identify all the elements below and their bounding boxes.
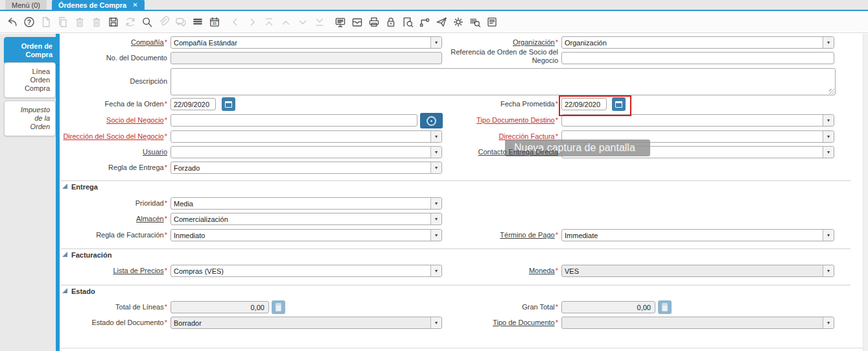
report-icon[interactable]: [332, 12, 349, 32]
refresh-icon[interactable]: [122, 12, 139, 32]
dropdown-arrow-icon[interactable]: ▾: [430, 198, 441, 209]
dropdown-arrow-icon[interactable]: ▾: [823, 317, 834, 328]
socio-search-button[interactable]: [420, 113, 443, 128]
lista-precios-field[interactable]: Compras (VES)▾: [170, 265, 442, 277]
dropdown-arrow-icon[interactable]: ▾: [823, 230, 834, 241]
close-icon[interactable]: ✕: [132, 2, 137, 8]
dropdown-arrow-icon[interactable]: ▾: [430, 162, 441, 173]
section-collapse-icon[interactable]: [62, 184, 67, 189]
previous-record-icon[interactable]: [227, 12, 244, 32]
section-collapse-icon[interactable]: [62, 252, 67, 257]
request-icon[interactable]: [433, 12, 450, 32]
toggle-grid-icon[interactable]: [189, 12, 206, 32]
termino-pago-field[interactable]: Immediate▾: [561, 229, 834, 241]
fecha-orden-calendar-button[interactable]: [222, 97, 235, 111]
fecha-orden-field[interactable]: 22/09/2020: [170, 98, 216, 110]
socio-field[interactable]: [170, 114, 417, 127]
prioridad-field[interactable]: Media▾: [170, 197, 442, 210]
organizacion-label[interactable]: Organización*: [513, 38, 558, 47]
delete-selection-icon[interactable]: [88, 12, 105, 32]
attachment-icon[interactable]: [156, 12, 172, 32]
dropdown-arrow-icon[interactable]: ▾: [430, 265, 441, 276]
archive-icon[interactable]: [349, 12, 366, 32]
usuario-label[interactable]: Usuario: [143, 148, 167, 156]
first-record-icon[interactable]: [261, 12, 277, 32]
organizacion-field[interactable]: Organización▾: [561, 36, 834, 49]
moneda-field[interactable]: VES▾: [561, 265, 834, 277]
resize-handle[interactable]: [829, 89, 834, 94]
moneda-label[interactable]: Moneda*: [529, 267, 558, 275]
dropdown-arrow-icon[interactable]: ▾: [823, 265, 834, 276]
regla-entrega-field[interactable]: Forzado▾: [170, 162, 442, 174]
dropdown-arrow-icon[interactable]: ▾: [430, 213, 441, 224]
product-info-icon[interactable]: [467, 12, 484, 32]
descripcion-field[interactable]: [170, 68, 836, 95]
copy-record-icon[interactable]: [54, 12, 71, 32]
dropdown-arrow-icon[interactable]: ▾: [430, 37, 441, 48]
termino-pago-label[interactable]: Término de Pago*: [500, 231, 558, 239]
dropdown-arrow-icon[interactable]: ▾: [430, 147, 441, 158]
parent-record-icon[interactable]: [277, 12, 294, 32]
tipo-documento-label[interactable]: Tipo de Documento*: [493, 319, 558, 327]
usuario-field[interactable]: ▾: [170, 146, 442, 158]
dropdown-arrow-icon[interactable]: ▾: [823, 147, 834, 158]
contacto-label[interactable]: Contacto Entrega Directa: [478, 148, 558, 156]
print-icon[interactable]: [366, 12, 382, 32]
delete-record-icon[interactable]: [71, 12, 88, 32]
dropdown-arrow-icon[interactable]: ▾: [823, 37, 834, 48]
direccion-socio-field[interactable]: ▾: [170, 130, 442, 143]
gran-total-label: Gran Total*: [522, 303, 558, 311]
estado-documento-field[interactable]: Borrador▾: [170, 317, 442, 329]
lock-icon[interactable]: [382, 12, 399, 32]
section-collapse-icon[interactable]: [62, 288, 67, 293]
last-record-icon[interactable]: [311, 12, 328, 32]
tipo-documento-field[interactable]: ▾: [561, 317, 834, 329]
sidebar-tab-linea-orden-compra[interactable]: Línea Orden Compra: [4, 62, 56, 98]
tipo-doc-destino-label[interactable]: Tipo Documento Destino*: [476, 116, 558, 125]
sidebar-tab-impuesto-de-la-orden[interactable]: Impuesto de la Orden: [4, 101, 56, 136]
tipo-doc-destino-field[interactable]: ▾: [561, 114, 834, 127]
section-estado-header[interactable]: Estado: [71, 287, 95, 295]
section-facturacion-header[interactable]: Facturación: [71, 251, 111, 259]
form-panel: Compañía* Compañía Estándar▾ Organizació…: [60, 34, 868, 351]
referencia-field[interactable]: [561, 52, 834, 64]
tab-menu[interactable]: Menú (0): [5, 0, 47, 10]
direccion-socio-label[interactable]: Dirección del Socio del Negocio*: [63, 132, 167, 141]
next-record-icon[interactable]: [244, 12, 261, 32]
svg-text:?: ?: [27, 18, 31, 25]
compania-label[interactable]: Compañía*: [131, 38, 167, 47]
total-lineas-calculator-button[interactable]: [272, 300, 285, 314]
new-record-icon[interactable]: [38, 12, 54, 32]
gran-total-calculator-button[interactable]: [658, 300, 672, 314]
fecha-prometida-field[interactable]: 22/09/2020: [561, 98, 607, 110]
regla-facturacion-field[interactable]: Inmediato▾: [170, 229, 442, 241]
window-log-icon[interactable]: [484, 12, 500, 32]
chat-icon[interactable]: [172, 12, 189, 32]
total-lineas-label: Total de Líneas*: [115, 303, 167, 311]
record-search-icon: [427, 116, 436, 126]
compania-field[interactable]: Compañía Estándar▾: [170, 36, 442, 49]
dropdown-arrow-icon[interactable]: ▾: [823, 115, 834, 126]
socio-label[interactable]: Socio del Negocio*: [106, 116, 167, 125]
workflow-icon[interactable]: [416, 12, 433, 32]
undo-icon[interactable]: [4, 12, 21, 32]
preferences-icon[interactable]: [450, 12, 467, 32]
dropdown-arrow-icon[interactable]: ▾: [430, 317, 441, 328]
dropdown-arrow-icon[interactable]: ▾: [823, 131, 834, 142]
almacen-label[interactable]: Almacén*: [136, 215, 167, 223]
almacen-field[interactable]: Comercialización▾: [170, 213, 442, 225]
sidebar-tab-orden-de-compra[interactable]: Orden de Compra: [4, 37, 60, 64]
save-icon[interactable]: [105, 12, 122, 32]
zoom-across-icon[interactable]: [399, 12, 416, 32]
find-icon[interactable]: [139, 12, 156, 32]
help-icon[interactable]: ?: [21, 12, 38, 32]
detail-record-icon[interactable]: [294, 12, 311, 32]
dropdown-arrow-icon[interactable]: ▾: [430, 230, 441, 241]
dropdown-arrow-icon[interactable]: ▾: [430, 131, 441, 142]
lista-precios-label[interactable]: Lista de Precios*: [113, 267, 167, 275]
calendar-icon[interactable]: 31: [206, 12, 223, 32]
tab-ordenes-de-compra[interactable]: Órdenes de Compra ✕: [52, 0, 145, 10]
section-entrega-header[interactable]: Entrega: [71, 183, 98, 191]
scrollbar-track[interactable]: [863, 34, 868, 351]
fecha-prometida-calendar-button[interactable]: [612, 97, 626, 111]
